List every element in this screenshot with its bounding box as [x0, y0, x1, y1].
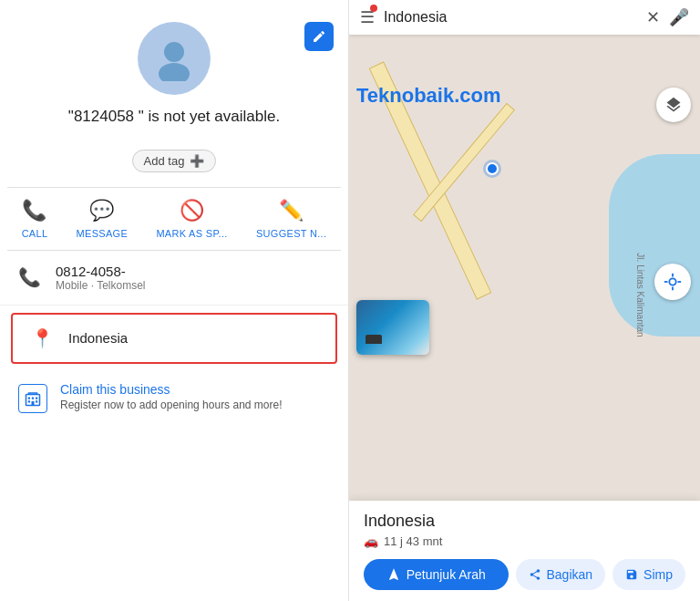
- action-suggest-name[interactable]: ✏️ SUGGEST N...: [256, 199, 326, 239]
- mark-spam-icon: 🚫: [180, 199, 204, 223]
- layers-button[interactable]: [656, 88, 691, 122]
- svg-rect-5: [36, 397, 37, 399]
- boat-icon: [365, 335, 382, 344]
- layers-icon: [664, 96, 683, 114]
- locate-button[interactable]: [654, 264, 691, 300]
- call-icon: 📞: [22, 199, 46, 223]
- menu-button[interactable]: ☰: [360, 7, 375, 27]
- building-icon: [25, 390, 41, 407]
- claim-title[interactable]: Claim this business: [60, 382, 283, 397]
- edit-icon: [312, 29, 326, 44]
- svg-rect-7: [36, 400, 37, 402]
- suggest-label: SUGGEST N...: [256, 228, 326, 239]
- claim-row: Claim this business Register now to add …: [0, 371, 348, 424]
- info-card-sub: 🚗 11 j 43 mnt: [364, 534, 685, 548]
- add-tag-row: Add tag ➕: [0, 150, 348, 172]
- mic-icon[interactable]: 🎤: [669, 7, 689, 27]
- add-tag-plus-icon: ➕: [190, 154, 204, 168]
- svg-point-1: [159, 63, 190, 81]
- thumbnail-card[interactable]: [356, 300, 429, 355]
- save-icon: [625, 568, 638, 581]
- locate-icon: [663, 272, 683, 292]
- travel-time: 11 j 43 mnt: [384, 534, 442, 548]
- phone-icon: 📞: [18, 266, 41, 288]
- avatar-icon: [151, 36, 197, 81]
- edit-button[interactable]: [304, 22, 334, 51]
- share-icon: [529, 568, 541, 581]
- notification-dot: [370, 5, 377, 12]
- svg-point-0: [164, 42, 184, 62]
- claim-sub: Register now to add opening hours and mo…: [60, 399, 283, 411]
- save-label: Simp: [643, 567, 673, 582]
- right-panel: ☰ Indonesia ✕ 🎤 Teknobaik.com: [349, 0, 700, 601]
- left-panel: "8124058 " is not yet available. Add tag…: [0, 0, 349, 601]
- phone-sub: Mobile · Telkomsel: [56, 279, 145, 292]
- directions-icon: [386, 567, 401, 582]
- contact-name: "8124058 " is not yet available.: [68, 106, 280, 128]
- phone-row[interactable]: 📞 0812-4058- Mobile · Telkomsel: [0, 251, 348, 306]
- close-icon[interactable]: ✕: [646, 7, 660, 27]
- svg-rect-3: [28, 397, 30, 399]
- phone-number: 0812-4058-: [56, 264, 145, 279]
- share-button[interactable]: Bagikan: [516, 559, 606, 590]
- suggest-icon: ✏️: [279, 199, 304, 223]
- save-button[interactable]: Simp: [612, 559, 685, 590]
- location-row[interactable]: 📍 Indonesia: [11, 313, 337, 364]
- avatar: [138, 22, 211, 95]
- action-message[interactable]: 💬 MESSAGE: [77, 199, 129, 239]
- add-tag-button[interactable]: Add tag ➕: [132, 150, 217, 172]
- phone-info: 0812-4058- Mobile · Telkomsel: [56, 264, 145, 292]
- car-icon: 🚗: [364, 534, 378, 548]
- mark-spam-label: MARK AS SP...: [156, 228, 227, 239]
- action-mark-spam[interactable]: 🚫 MARK AS SP...: [156, 199, 227, 239]
- info-card-title: Indonesia: [364, 512, 685, 531]
- share-label: Bagikan: [547, 567, 593, 582]
- location-label: Indonesia: [68, 330, 128, 346]
- directions-button[interactable]: Petunjuk Arah: [364, 559, 509, 590]
- message-icon: 💬: [89, 199, 114, 223]
- map-area[interactable]: Teknobaik.com Jl. Lintas Kalimantan: [349, 35, 700, 501]
- svg-point-9: [669, 278, 675, 285]
- contact-header: "8124058 " is not yet available.: [0, 0, 348, 142]
- info-card: Indonesia 🚗 11 j 43 mnt Petunjuk Arah Ba…: [349, 501, 700, 601]
- kalimantan-label: Jl. Lintas Kalimantan: [634, 253, 644, 337]
- svg-rect-8: [32, 401, 35, 406]
- map-location-dot: [486, 162, 499, 175]
- action-call[interactable]: 📞 CALL: [22, 199, 48, 239]
- add-tag-label: Add tag: [144, 154, 185, 168]
- svg-rect-4: [32, 397, 34, 399]
- message-label: MESSAGE: [77, 228, 129, 239]
- directions-label: Petunjuk Arah: [407, 567, 486, 582]
- info-action-buttons: Petunjuk Arah Bagikan Simp: [364, 559, 685, 590]
- claim-icon: [18, 384, 47, 413]
- location-icon: 📍: [31, 327, 54, 349]
- svg-rect-6: [28, 400, 30, 402]
- call-label: CALL: [22, 228, 48, 239]
- water-area: [609, 154, 700, 337]
- search-input[interactable]: Indonesia: [384, 9, 637, 26]
- map-search-bar: ☰ Indonesia ✕ 🎤: [349, 0, 700, 35]
- thumbnail-image: [356, 300, 429, 355]
- claim-text: Claim this business Register now to add …: [60, 382, 283, 411]
- action-row: 📞 CALL 💬 MESSAGE 🚫 MARK AS SP... ✏️ SUGG…: [0, 188, 348, 250]
